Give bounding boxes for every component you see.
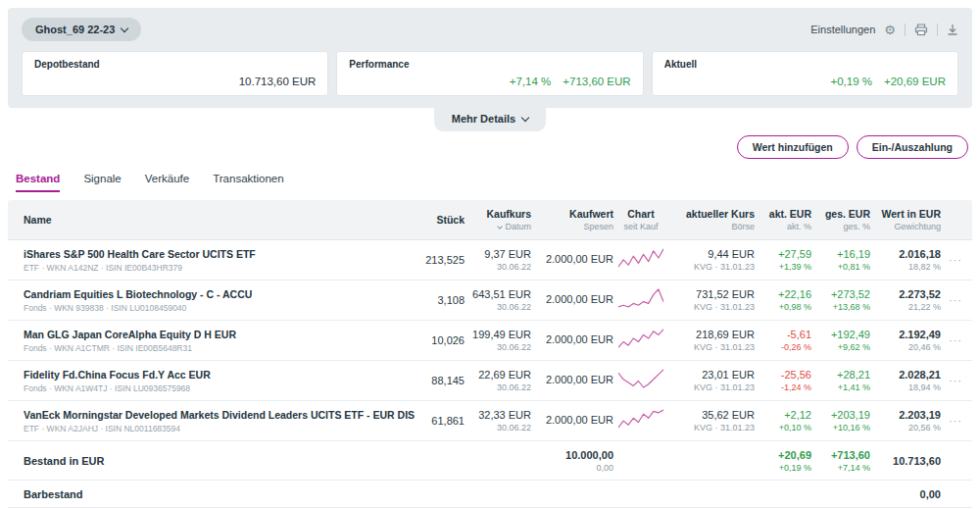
performance-value: +713,60 EUR xyxy=(563,76,630,87)
table-row[interactable]: VanEck Morningstar Developed Markets Div… xyxy=(8,401,972,441)
ges-pct-value: +13,68 % xyxy=(811,302,870,312)
summary-ges-eur: +713,60 xyxy=(811,449,870,461)
summary-wert: 10.713,60 xyxy=(870,455,941,467)
akt-eur-value: +22,16 xyxy=(755,288,811,300)
column-header-kurs[interactable]: aktueller KursBörse xyxy=(668,208,755,231)
wert-value: 2.016,18 xyxy=(870,248,941,260)
deposit-withdrawal-button[interactable]: Ein-/Auszahlung xyxy=(857,135,968,159)
stueck-value: 88,145 xyxy=(416,375,465,386)
sparkline-chart xyxy=(618,408,663,430)
gear-icon: ⚙ xyxy=(884,24,896,36)
row-menu-button[interactable]: ··· xyxy=(941,254,962,266)
summary-akt-eur: +20,69 xyxy=(755,449,811,461)
wert-value: 2.192,49 xyxy=(870,329,941,340)
summary-akt-pct: +0,19 % xyxy=(755,463,811,473)
table-row[interactable]: Fidelity Fd.China Focus Fd.Y Acc EUR Fon… xyxy=(8,361,972,401)
akt-pct-value: +0,98 % xyxy=(755,302,811,312)
kurs-value: 35,62 EUR xyxy=(668,409,755,421)
chevron-down-icon xyxy=(121,24,128,31)
ges-eur-value: +28,21 xyxy=(811,369,870,381)
akt-pct-value: +0,10 % xyxy=(755,423,811,433)
fund-meta: Fonds · WKN 939838 · ISIN LU0108459040 xyxy=(24,303,416,313)
kurs-source: KVG · 31.01.23 xyxy=(668,423,755,433)
fund-meta: Fonds · WKN A1CTMR · ISIN IE00B5648R31 xyxy=(24,343,416,353)
column-header-wert[interactable]: Wert in EURGewichtung xyxy=(870,208,941,231)
kurs-source: KVG · 31.01.23 xyxy=(668,262,755,272)
column-header-kaufwert[interactable]: KaufwertSpesen xyxy=(531,208,613,231)
gewichtung-value: 20,56 % xyxy=(870,423,941,433)
kauf-datum: 30.06.22 xyxy=(465,342,531,352)
depotbestand-card: Depotbestand 10.713,60 EUR xyxy=(22,51,328,96)
settings-button[interactable]: ⚙ xyxy=(884,24,896,36)
portfolio-header-panel: Ghost_69 22-23 Einstellungen ⚙ xyxy=(8,8,972,108)
sparkline-chart xyxy=(618,287,663,309)
print-button[interactable] xyxy=(914,24,928,36)
ges-pct-value: +1,41 % xyxy=(811,382,870,392)
summary-label: Barbestand xyxy=(24,488,416,500)
stueck-value: 3,108 xyxy=(416,294,465,306)
ges-eur-value: +16,19 xyxy=(811,248,870,260)
tab-bar: Bestand Signale Verkäufe Transaktionen xyxy=(16,173,972,192)
row-menu-button[interactable]: ··· xyxy=(941,415,962,427)
fund-meta: Fonds · WKN A1W4TJ · ISIN LU0936575968 xyxy=(24,383,416,393)
akt-pct-value: -1,24 % xyxy=(755,382,811,392)
row-menu-button[interactable]: ··· xyxy=(941,334,962,346)
kaufkurs-value: 199,49 EUR xyxy=(465,329,531,340)
akt-eur-value: +27,59 xyxy=(755,248,811,260)
table-row[interactable]: Candriam Equities L Biotechnology - C - … xyxy=(8,280,972,321)
column-header-ges[interactable]: ges. EURges. % xyxy=(811,208,870,231)
row-menu-button[interactable]: ··· xyxy=(941,294,962,306)
wert-value: 2.273,52 xyxy=(870,288,941,300)
fund-name[interactable]: iShares S&P 500 Health Care Sector UCITS… xyxy=(24,248,416,260)
row-menu-button[interactable]: ··· xyxy=(941,375,962,386)
settings-label: Einstellungen xyxy=(810,24,875,35)
fund-name[interactable]: Man GLG Japan CoreAlpha Equity D H EUR xyxy=(24,329,416,340)
wert-value: 2.203,19 xyxy=(870,409,941,421)
gewichtung-value: 18,82 % xyxy=(870,262,941,272)
table-row[interactable]: Man GLG Japan CoreAlpha Equity D H EUR F… xyxy=(8,321,972,361)
ges-eur-value: +203,19 xyxy=(811,409,870,421)
tab-bestand[interactable]: Bestand xyxy=(16,173,60,192)
fund-meta: ETF · WKN A2JAHJ · ISIN NL0011683594 xyxy=(24,424,416,433)
printer-icon xyxy=(914,24,928,36)
depotbestand-value: 10.713,60 EUR xyxy=(239,76,317,87)
download-button[interactable] xyxy=(947,24,958,35)
add-value-button[interactable]: Wert hinzufügen xyxy=(737,135,849,159)
sparkline-chart xyxy=(618,328,663,349)
ges-pct-value: +0,81 % xyxy=(811,262,870,272)
sparkline-chart xyxy=(618,247,663,269)
tab-verkaeufe[interactable]: Verkäufe xyxy=(145,173,189,192)
tab-transaktionen[interactable]: Transaktionen xyxy=(213,173,283,192)
kaufwert-value: 2.000,00 EUR xyxy=(531,293,613,305)
column-header-stueck[interactable]: Stück xyxy=(416,214,465,226)
fund-name[interactable]: Fidelity Fd.China Focus Fd.Y Acc EUR xyxy=(24,369,416,381)
portfolio-selector[interactable]: Ghost_69 22-23 xyxy=(22,18,141,41)
kurs-value: 9,44 EUR xyxy=(668,248,755,260)
summary-kaufwert: 10.000,00 xyxy=(531,449,613,461)
chevron-down-icon xyxy=(521,113,529,121)
fund-name[interactable]: VanEck Morningstar Developed Markets Div… xyxy=(24,409,416,421)
tab-signale[interactable]: Signale xyxy=(83,173,121,192)
divider xyxy=(905,24,906,36)
kurs-value: 218,69 EUR xyxy=(668,329,755,340)
more-details-button[interactable]: Mehr Details xyxy=(434,108,546,131)
akt-pct-value: +1,39 % xyxy=(755,262,811,272)
portfolio-name: Ghost_69 22-23 xyxy=(35,24,115,35)
aktuell-value: +20,69 EUR xyxy=(884,76,946,87)
kauf-datum: 30.06.22 xyxy=(465,262,531,272)
summary-ges-pct: +7,14 % xyxy=(811,463,870,473)
column-header-kaufkurs[interactable]: Kaufkurs Datum xyxy=(465,208,531,231)
akt-pct-value: -0,26 % xyxy=(755,342,811,352)
stueck-value: 213,525 xyxy=(416,254,465,266)
fund-name[interactable]: Candriam Equities L Biotechnology - C - … xyxy=(24,288,416,300)
kaufkurs-value: 9,37 EUR xyxy=(465,248,531,260)
more-details-label: Mehr Details xyxy=(452,113,515,125)
ges-eur-value: +192,49 xyxy=(811,329,870,340)
table-row[interactable]: iShares S&P 500 Health Care Sector UCITS… xyxy=(8,240,972,280)
column-header-akt[interactable]: akt. EURakt. % xyxy=(755,208,811,231)
kaufwert-value: 2.000,00 EUR xyxy=(531,374,613,385)
column-header-name[interactable]: Name xyxy=(24,214,416,226)
card-label: Performance xyxy=(349,59,630,70)
kauf-datum: 30.06.22 xyxy=(465,302,531,312)
kurs-source: KVG · 31.01.23 xyxy=(668,342,755,352)
